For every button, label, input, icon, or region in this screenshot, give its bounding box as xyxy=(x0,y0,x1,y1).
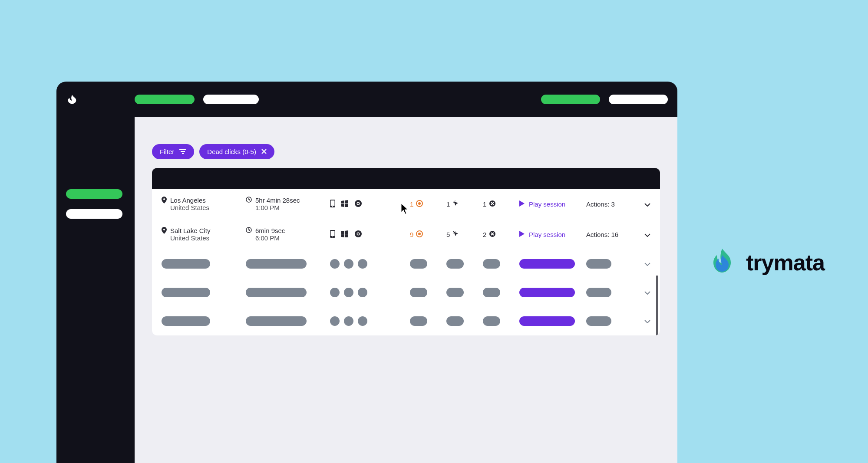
session-row: Los Angeles United States 5hr 4min 28sec… xyxy=(152,189,660,219)
placeholder xyxy=(410,259,427,269)
session-row-placeholder xyxy=(152,307,660,335)
content: Filter Dead clicks (0-5) xyxy=(135,117,677,463)
duration-text: 6min 9sec xyxy=(255,227,285,234)
placeholder xyxy=(586,288,611,297)
country: United States xyxy=(170,204,209,211)
rage-icon xyxy=(416,200,423,208)
placeholder xyxy=(586,316,611,326)
rage-icon xyxy=(416,230,423,239)
clock-icon xyxy=(246,227,252,234)
placeholder xyxy=(446,316,464,326)
error-clicks: 1 xyxy=(483,200,518,208)
app-window: Filter Dead clicks (0-5) xyxy=(56,82,677,463)
session-row-placeholder xyxy=(152,278,660,307)
city: Los Angeles xyxy=(170,197,209,204)
chrome-icon xyxy=(354,200,362,209)
nav-pill-a[interactable] xyxy=(135,95,195,104)
nav-pill-b[interactable] xyxy=(203,95,259,104)
chevron-down-icon[interactable] xyxy=(644,200,660,208)
svg-point-16 xyxy=(357,233,359,235)
filter-button[interactable]: Filter xyxy=(152,144,194,159)
sidebar-item-b[interactable] xyxy=(66,209,122,219)
scrollbar[interactable] xyxy=(656,276,658,335)
mobile-icon xyxy=(330,200,335,209)
placeholder xyxy=(519,259,575,269)
duration: 6min 9sec 6:00 PM xyxy=(246,227,328,242)
logo-icon xyxy=(66,93,78,105)
brand: trymata xyxy=(707,246,825,279)
session-rows: Los Angeles United States 5hr 4min 28sec… xyxy=(152,189,660,335)
active-filter-label: Dead clicks (0-5) xyxy=(207,148,256,155)
placeholder xyxy=(246,259,307,269)
play-label: Play session xyxy=(529,200,565,208)
placeholder xyxy=(330,288,408,297)
svg-rect-12 xyxy=(331,231,335,236)
pin-icon xyxy=(162,227,167,235)
brand-name: trymata xyxy=(746,250,825,276)
location: Salt Lake City United States xyxy=(162,227,244,242)
filter-label: Filter xyxy=(160,148,174,155)
pin-icon xyxy=(162,197,167,205)
filters: Filter Dead clicks (0-5) xyxy=(152,144,660,159)
duration: 5hr 4min 28sec 1:00 PM xyxy=(246,197,328,211)
sidebar xyxy=(56,117,135,228)
placeholder xyxy=(519,288,575,297)
dead-clicks: 5 xyxy=(446,230,481,239)
actions: Actions: 3 xyxy=(586,200,643,208)
dead-count: 5 xyxy=(446,231,450,238)
mobile-icon xyxy=(330,230,335,239)
windows-icon xyxy=(341,230,348,239)
close-icon[interactable] xyxy=(261,148,267,155)
placeholder xyxy=(483,316,500,326)
placeholder xyxy=(519,316,575,326)
svg-point-8 xyxy=(418,202,421,205)
nav-pill-c[interactable] xyxy=(541,95,600,104)
error-count: 2 xyxy=(483,231,486,238)
devices xyxy=(330,200,408,209)
dead-count: 1 xyxy=(446,200,450,208)
placeholder xyxy=(246,316,307,326)
rage-count: 1 xyxy=(410,200,413,208)
error-icon xyxy=(489,200,496,208)
active-filter-chip[interactable]: Dead clicks (0-5) xyxy=(199,144,274,159)
play-icon xyxy=(519,231,525,238)
rage-clicks: 9 xyxy=(410,230,445,239)
error-count: 1 xyxy=(483,200,486,208)
svg-point-13 xyxy=(332,236,333,237)
placeholder xyxy=(586,259,611,269)
placeholder xyxy=(330,259,408,269)
placeholder xyxy=(162,259,210,269)
actions-label: Actions: 16 xyxy=(586,231,618,238)
placeholder xyxy=(446,288,464,297)
sessions-panel: Los Angeles United States 5hr 4min 28sec… xyxy=(152,168,660,335)
country: United States xyxy=(170,234,211,242)
play-session[interactable]: Play session xyxy=(519,200,584,208)
play-label: Play session xyxy=(529,231,565,238)
placeholder xyxy=(483,259,500,269)
cursor-click-icon xyxy=(452,200,459,208)
placeholder xyxy=(162,316,210,326)
dead-clicks: 1 xyxy=(446,200,481,208)
error-icon xyxy=(489,230,496,239)
brand-logo-icon xyxy=(707,246,737,279)
svg-point-3 xyxy=(332,206,333,207)
city: Salt Lake City xyxy=(170,227,211,234)
placeholder xyxy=(410,316,427,326)
filter-icon xyxy=(179,148,186,155)
panel-header xyxy=(152,168,660,189)
nav-pill-d[interactable] xyxy=(609,95,668,104)
chevron-down-icon[interactable] xyxy=(644,260,660,268)
play-session[interactable]: Play session xyxy=(519,231,584,238)
time-text: 1:00 PM xyxy=(255,204,300,211)
svg-point-18 xyxy=(418,233,421,235)
sidebar-item-a[interactable] xyxy=(66,189,122,199)
location: Los Angeles United States xyxy=(162,197,244,211)
session-row-placeholder xyxy=(152,250,660,278)
rage-clicks: 1 xyxy=(410,200,445,208)
placeholder xyxy=(410,288,427,297)
placeholder xyxy=(162,288,210,297)
duration-text: 5hr 4min 28sec xyxy=(255,197,300,204)
chevron-down-icon[interactable] xyxy=(644,231,660,238)
error-clicks: 2 xyxy=(483,230,518,239)
placeholder xyxy=(246,288,307,297)
